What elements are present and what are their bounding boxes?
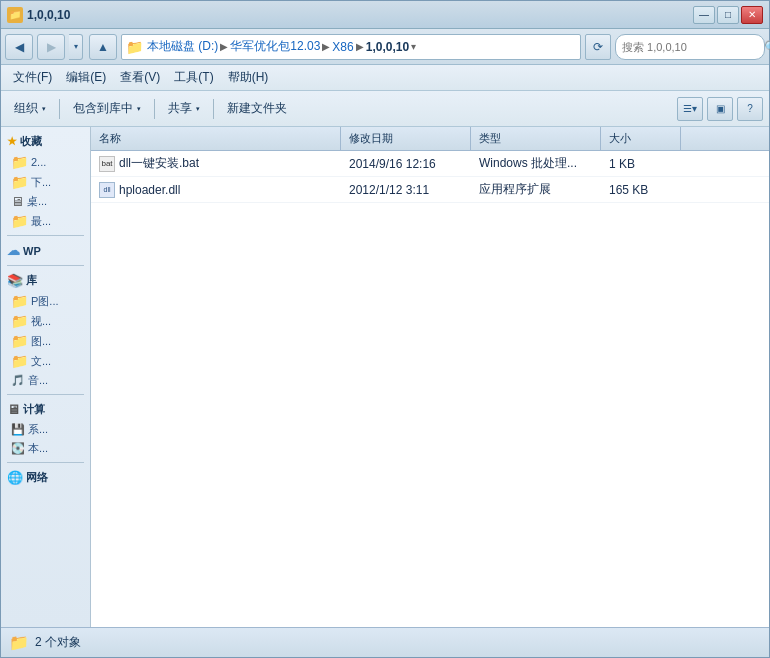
breadcrumb-item-0[interactable]: 本地磁盘 (D:) bbox=[147, 38, 218, 55]
breadcrumb-item-3[interactable]: 1,0,0,10 bbox=[366, 40, 409, 54]
toolbar-new-folder-label: 新建文件夹 bbox=[227, 100, 287, 117]
maximize-button[interactable]: □ bbox=[717, 6, 739, 24]
file-size-1: 165 KB bbox=[601, 180, 681, 200]
col-header-size[interactable]: 大小 bbox=[601, 127, 681, 150]
sidebar-fav-3-label: 最... bbox=[31, 214, 51, 229]
sidebar-computer-header[interactable]: 🖥 计算 bbox=[3, 399, 88, 420]
file-size-0: 1 KB bbox=[601, 154, 681, 174]
desktop-icon: 🖥 bbox=[11, 194, 24, 209]
status-folder-icon: 📁 bbox=[9, 633, 29, 653]
breadcrumb-sep-2: ▶ bbox=[356, 41, 364, 52]
menu-view[interactable]: 查看(V) bbox=[114, 67, 166, 88]
window: 📁 1,0,0,10 — □ ✕ ◀ ▶ ▾ ▲ 📁 本地磁盘 (D:) ▶ 华… bbox=[0, 0, 770, 658]
refresh-button[interactable]: ⟳ bbox=[585, 34, 611, 60]
status-count: 2 个对象 bbox=[35, 634, 81, 651]
organize-dropdown-icon: ▾ bbox=[42, 105, 46, 113]
sidebar-lib-1-label: 视... bbox=[31, 314, 51, 329]
col-type-label: 类型 bbox=[479, 131, 501, 146]
title-controls: — □ ✕ bbox=[693, 6, 763, 24]
sidebar-item-fav-2[interactable]: 🖥 桌... bbox=[3, 192, 88, 211]
preview-pane-button[interactable]: ▣ bbox=[707, 97, 733, 121]
help-button[interactable]: ? bbox=[737, 97, 763, 121]
sidebar-div-4 bbox=[7, 462, 84, 463]
menu-tools[interactable]: 工具(T) bbox=[168, 67, 219, 88]
toolbar-share-label: 共享 bbox=[168, 100, 192, 117]
sidebar-favorites-label: 收藏 bbox=[20, 134, 42, 149]
file-list: bat dll一键安装.bat 2014/9/16 12:16 Windows … bbox=[91, 151, 769, 627]
col-name-label: 名称 bbox=[99, 131, 121, 146]
search-input[interactable] bbox=[622, 41, 760, 53]
menu-help[interactable]: 帮助(H) bbox=[222, 67, 275, 88]
forward-button[interactable]: ▶ bbox=[37, 34, 65, 60]
file-type-1: 应用程序扩展 bbox=[471, 178, 601, 201]
breadcrumb-item-1[interactable]: 华军优化包12.03 bbox=[230, 38, 320, 55]
folder-icon: 📁 bbox=[11, 313, 28, 329]
share-dropdown-icon: ▾ bbox=[196, 105, 200, 113]
nav-dropdown-button[interactable]: ▾ bbox=[69, 34, 83, 60]
sidebar-item-comp-0[interactable]: 💾 系... bbox=[3, 420, 88, 439]
col-header-type[interactable]: 类型 bbox=[471, 127, 601, 150]
sidebar-section-network: 🌐 网络 bbox=[3, 467, 88, 488]
folder-icon: 📁 bbox=[11, 333, 28, 349]
view-options-button[interactable]: ☰▾ bbox=[677, 97, 703, 121]
toolbar-include-button[interactable]: 包含到库中 ▾ bbox=[66, 96, 148, 121]
star-icon: ★ bbox=[7, 135, 17, 148]
back-button[interactable]: ◀ bbox=[5, 34, 33, 60]
toolbar-new-folder-button[interactable]: 新建文件夹 bbox=[220, 96, 294, 121]
file-name-label-1: hploader.dll bbox=[119, 183, 180, 197]
table-row[interactable]: dll hploader.dll 2012/1/12 3:11 应用程序扩展 1… bbox=[91, 177, 769, 203]
sidebar-network-header[interactable]: 🌐 网络 bbox=[3, 467, 88, 488]
sidebar-item-comp-1[interactable]: 💽 本... bbox=[3, 439, 88, 458]
sidebar-favorites-header[interactable]: ★ 收藏 bbox=[3, 131, 88, 152]
folder-icon: 📁 bbox=[11, 293, 28, 309]
computer-icon: 🖥 bbox=[7, 402, 20, 417]
sidebar-wp-header[interactable]: ☁ WP bbox=[3, 240, 88, 261]
library-icon: 📚 bbox=[7, 273, 23, 288]
toolbar-sep-3 bbox=[213, 99, 214, 119]
sidebar-network-label: 网络 bbox=[26, 470, 48, 485]
include-dropdown-icon: ▾ bbox=[137, 105, 141, 113]
col-header-date[interactable]: 修改日期 bbox=[341, 127, 471, 150]
sidebar-item-lib-0[interactable]: 📁 P图... bbox=[3, 291, 88, 311]
folder-icon: 📁 bbox=[11, 174, 28, 190]
file-name-label-0: dll一键安装.bat bbox=[119, 155, 199, 172]
file-date-1: 2012/1/12 3:11 bbox=[341, 180, 471, 200]
system-drive-icon: 💾 bbox=[11, 423, 25, 436]
sidebar-item-fav-0[interactable]: 📁 2... bbox=[3, 152, 88, 172]
sidebar-item-fav-3[interactable]: 📁 最... bbox=[3, 211, 88, 231]
status-bar: 📁 2 个对象 bbox=[1, 627, 769, 657]
sidebar-item-lib-1[interactable]: 📁 视... bbox=[3, 311, 88, 331]
menu-edit[interactable]: 编辑(E) bbox=[60, 67, 112, 88]
sidebar-div-1 bbox=[7, 235, 84, 236]
menu-file[interactable]: 文件(F) bbox=[7, 67, 58, 88]
breadcrumb-folder-icon: 📁 bbox=[126, 39, 143, 55]
breadcrumb-item-2[interactable]: X86 bbox=[332, 40, 353, 54]
sidebar-computer-label: 计算 bbox=[23, 402, 45, 417]
minimize-button[interactable]: — bbox=[693, 6, 715, 24]
toolbar-share-button[interactable]: 共享 ▾ bbox=[161, 96, 207, 121]
sidebar-section-wp: ☁ WP bbox=[3, 240, 88, 261]
sidebar-lib-2-label: 图... bbox=[31, 334, 51, 349]
sidebar-wp-label: WP bbox=[23, 245, 41, 257]
breadcrumb-sep-3: ▾ bbox=[411, 41, 416, 52]
sidebar-item-lib-4[interactable]: 🎵 音... bbox=[3, 371, 88, 390]
sidebar-item-fav-1[interactable]: 📁 下... bbox=[3, 172, 88, 192]
table-row[interactable]: bat dll一键安装.bat 2014/9/16 12:16 Windows … bbox=[91, 151, 769, 177]
toolbar-sep-2 bbox=[154, 99, 155, 119]
main-content: ★ 收藏 📁 2... 📁 下... 🖥 桌... 📁 最... bbox=[1, 127, 769, 627]
close-button[interactable]: ✕ bbox=[741, 6, 763, 24]
search-icon[interactable]: 🔍 bbox=[764, 39, 770, 55]
local-drive-icon: 💽 bbox=[11, 442, 25, 455]
sidebar-item-lib-2[interactable]: 📁 图... bbox=[3, 331, 88, 351]
toolbar-include-label: 包含到库中 bbox=[73, 100, 133, 117]
folder-icon: 📁 bbox=[11, 353, 28, 369]
sidebar-section-favorites: ★ 收藏 📁 2... 📁 下... 🖥 桌... 📁 最... bbox=[3, 131, 88, 231]
folder-icon: 📁 bbox=[11, 154, 28, 170]
up-button[interactable]: ▲ bbox=[89, 34, 117, 60]
file-type-0: Windows 批处理... bbox=[471, 152, 601, 175]
window-icon: 📁 bbox=[7, 7, 23, 23]
sidebar-item-lib-3[interactable]: 📁 文... bbox=[3, 351, 88, 371]
sidebar-library-header[interactable]: 📚 库 bbox=[3, 270, 88, 291]
col-header-name[interactable]: 名称 bbox=[91, 127, 341, 150]
toolbar-organize-button[interactable]: 组织 ▾ bbox=[7, 96, 53, 121]
